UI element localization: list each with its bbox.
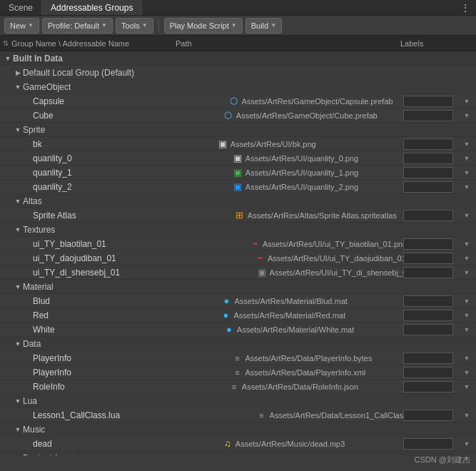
item-blud[interactable]: ▶ Blud ● Assets/ArtRes/Material/Blud.mat… bbox=[0, 294, 476, 308]
labels-input[interactable] bbox=[403, 138, 453, 150]
dropdown-btn[interactable]: ▼ bbox=[460, 169, 473, 176]
item-label: ui_TY_daojudiban_01 bbox=[33, 253, 116, 263]
item-di-shensebj[interactable]: ▶ ui_TY_di_shensebj_01 ▣ Assets/ArtRes/U… bbox=[0, 265, 476, 280]
subgroup-gameobject[interactable]: ▼ GameObject bbox=[0, 80, 476, 94]
labels-input[interactable] bbox=[403, 353, 453, 364]
labels-input[interactable] bbox=[403, 438, 453, 450]
dropdown-btn[interactable]: ▼ bbox=[460, 369, 473, 376]
expand-arrow[interactable]: ▼ bbox=[13, 126, 23, 133]
tree-content[interactable]: ▼ Built In Data ▶ Default Local Group (D… bbox=[0, 51, 476, 455]
labels-input[interactable] bbox=[403, 253, 453, 264]
item-playerinfo-bytes[interactable]: ▶ PlayerInfo ≡ Assets/ArtRes/Data/Player… bbox=[0, 351, 476, 365]
labels-input[interactable] bbox=[403, 310, 453, 321]
expand-arrow[interactable]: ▼ bbox=[13, 226, 23, 233]
dropdown-btn[interactable]: ▼ bbox=[460, 312, 473, 319]
item-capsule[interactable]: ▶ Capsule ⬡ Assets/ArtRes/GameObject/Cap… bbox=[0, 94, 476, 108]
item-daojudiban[interactable]: ▶ ui_TY_daojudiban_01 ━ Assets/ArtRes/UI… bbox=[0, 251, 476, 265]
dropdown-btn[interactable]: ▼ bbox=[460, 255, 473, 262]
dropdown-btn[interactable]: ▼ bbox=[460, 240, 473, 248]
dropdown-btn[interactable]: ▼ bbox=[460, 326, 473, 333]
dropdown-btn[interactable]: ▼ bbox=[460, 98, 473, 105]
item-quanlity-0[interactable]: ▶ quanlity_0 ▣ Assets/ArtRes/UI/quanlity… bbox=[0, 151, 476, 166]
item-sprite-atlas[interactable]: ▶ Sprite Atlas ⊞ Assets/ArtRes/Altas/Spr… bbox=[0, 208, 476, 223]
labels-input[interactable] bbox=[403, 153, 453, 164]
item-white[interactable]: ▶ White ● Assets/ArtRes/Material/White.m… bbox=[0, 323, 476, 337]
labels-input[interactable] bbox=[403, 181, 453, 193]
music-icon: ♫ bbox=[220, 438, 236, 449]
dropdown-btn[interactable]: ▼ bbox=[460, 355, 473, 362]
item-quanlity-2[interactable]: ▶ quanlity_2 ▣ Assets/ArtRes/UI/quanlity… bbox=[0, 180, 476, 194]
labels-input[interactable] bbox=[403, 295, 453, 307]
item-roleinfo[interactable]: ▶ RoleInfo ≡ Assets/ArtRes/Data/RoleInfo… bbox=[0, 380, 476, 394]
col-header-labels: Labels bbox=[400, 39, 457, 48]
labels-input[interactable] bbox=[403, 167, 453, 178]
dropdown-btn[interactable]: ▼ bbox=[460, 112, 473, 119]
tab-spacer bbox=[142, 0, 455, 15]
column-headers: ⇅ Group Name \ Addressable Name Path Lab… bbox=[0, 36, 476, 51]
material-icon: ● bbox=[218, 310, 234, 320]
item-cube[interactable]: ▶ Cube ⬡ Assets/ArtRes/GameObject/Cube.p… bbox=[0, 108, 476, 123]
group-built-in-data[interactable]: ▼ Built In Data bbox=[0, 51, 476, 66]
subgroup-sprite[interactable]: ▼ Sprite bbox=[0, 123, 476, 137]
dropdown-btn[interactable]: ▼ bbox=[460, 383, 473, 390]
subgroup-lua[interactable]: ▼ Lua bbox=[0, 394, 476, 408]
item-bk[interactable]: ▶ bk ▣ Assets/ArtRes/UI/bk.png ▼ bbox=[0, 137, 476, 151]
sprite-icon: ▣ bbox=[230, 153, 245, 163]
labels-input[interactable] bbox=[403, 410, 453, 421]
subgroup-material[interactable]: ▼ Material bbox=[0, 280, 476, 294]
toolbar-separator bbox=[158, 19, 159, 32]
data-icon: ≡ bbox=[230, 354, 245, 363]
item-biaotilan[interactable]: ▶ ui_TY_biaotilan_01 ━ Assets/ArtRes/UI/… bbox=[0, 237, 476, 251]
build-button[interactable]: Build ▼ bbox=[245, 18, 282, 34]
labels-input[interactable] bbox=[403, 238, 453, 250]
item-label: White bbox=[33, 325, 55, 335]
labels-input[interactable] bbox=[403, 96, 453, 107]
expand-arrow[interactable]: ▼ bbox=[13, 397, 23, 405]
dropdown-btn[interactable]: ▼ bbox=[460, 155, 473, 162]
expand-arrow[interactable]: ▼ bbox=[13, 426, 23, 433]
subgroup-altas[interactable]: ▼ Altas bbox=[0, 194, 476, 208]
dropdown-btn[interactable]: ▼ bbox=[460, 183, 473, 191]
dropdown-btn[interactable]: ▼ bbox=[460, 212, 473, 219]
item-path: Assets/ArtRes/Data/PlayerInfo.xml bbox=[245, 368, 403, 377]
subgroup-packed-assets[interactable]: ▼ Packed Assets bbox=[0, 451, 476, 455]
expand-arrow[interactable]: ▼ bbox=[13, 198, 23, 205]
prefab-icon: ⬡ bbox=[226, 96, 242, 106]
item-red[interactable]: ▶ Red ● Assets/ArtRes/Material/Red.mat ▼ bbox=[0, 308, 476, 323]
subgroup-data[interactable]: ▼ Data bbox=[0, 337, 476, 351]
labels-input[interactable] bbox=[403, 110, 453, 121]
dropdown-btn[interactable]: ▼ bbox=[460, 440, 473, 447]
item-playerinfo-xml[interactable]: ▶ PlayerInfo ≡ Assets/ArtRes/Data/Player… bbox=[0, 365, 476, 380]
subgroup-label: Material bbox=[23, 282, 54, 292]
tab-bar: Scene Addressables Groups ⋮ bbox=[0, 0, 476, 16]
expand-arrow[interactable]: ▶ bbox=[13, 69, 23, 76]
item-lesson1-callclass[interactable]: ▶ Lesson1_CallClass.lua ≡ Assets/ArtRes/… bbox=[0, 408, 476, 422]
labels-input[interactable] bbox=[403, 367, 453, 378]
item-dead[interactable]: ▶ dead ♫ Assets/ArtRes/Music/dead.mp3 ▼ bbox=[0, 437, 476, 451]
dropdown-btn[interactable]: ▼ bbox=[460, 412, 473, 419]
subgroup-textures[interactable]: ▼ Textures bbox=[0, 223, 476, 237]
tools-button[interactable]: Tools ▼ bbox=[116, 18, 153, 34]
labels-input[interactable] bbox=[403, 267, 453, 278]
labels-input[interactable] bbox=[403, 324, 453, 335]
subgroup-default-local[interactable]: ▶ Default Local Group (Default) bbox=[0, 66, 476, 80]
tab-scene[interactable]: Scene bbox=[0, 0, 42, 15]
dropdown-btn[interactable]: ▼ bbox=[460, 269, 473, 276]
subgroup-music[interactable]: ▼ Music bbox=[0, 422, 476, 437]
labels-input[interactable] bbox=[403, 210, 453, 221]
expand-arrow[interactable]: ▼ bbox=[13, 340, 23, 348]
item-label: Red bbox=[33, 310, 49, 320]
labels-input[interactable] bbox=[403, 381, 453, 392]
profile-button[interactable]: Profile: Default ▼ bbox=[42, 18, 113, 34]
tab-more-btn[interactable]: ⋮ bbox=[455, 0, 476, 15]
dropdown-btn[interactable]: ▼ bbox=[460, 298, 473, 305]
expand-arrow[interactable]: ▼ bbox=[3, 55, 13, 62]
play-mode-button[interactable]: Play Mode Script ▼ bbox=[164, 18, 243, 34]
expand-arrow[interactable]: ▼ bbox=[13, 455, 23, 456]
dropdown-btn[interactable]: ▼ bbox=[460, 141, 473, 148]
new-button[interactable]: New ▼ bbox=[4, 18, 39, 34]
expand-arrow[interactable]: ▼ bbox=[13, 83, 23, 91]
expand-arrow[interactable]: ▼ bbox=[13, 283, 23, 290]
item-quanlity-1[interactable]: ▶ quanlity_1 ▣ Assets/ArtRes/UI/quanlity… bbox=[0, 166, 476, 180]
tab-addressables-groups[interactable]: Addressables Groups bbox=[42, 0, 142, 15]
